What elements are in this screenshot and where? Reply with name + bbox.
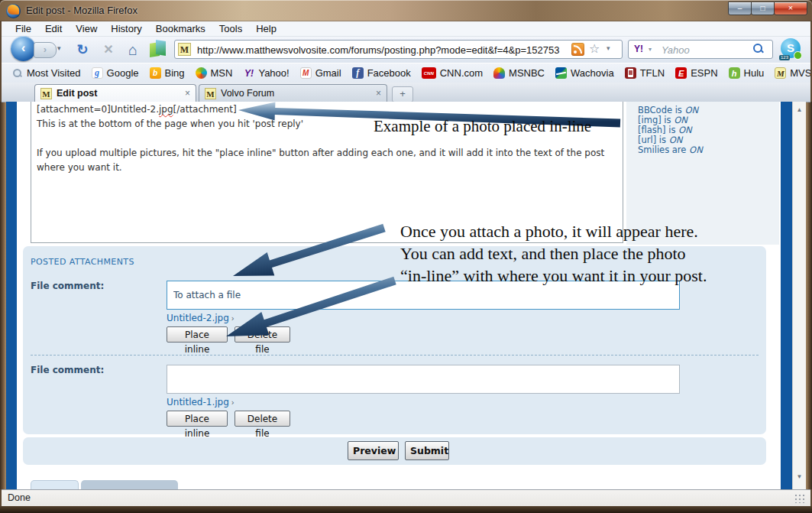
minimize-button[interactable]: –: [728, 2, 752, 15]
preview-button[interactable]: Preview: [348, 441, 399, 460]
google-icon: g: [92, 67, 103, 79]
file-comment-label: File comment:: [31, 365, 104, 375]
submit-button[interactable]: Submit: [405, 441, 449, 460]
search-provider-dropdown-icon[interactable]: ▾: [649, 46, 652, 53]
title-bar: Edit post - Mozilla Firefox – □ ×: [0, 0, 812, 21]
skype-number-badge: 123: [779, 55, 790, 60]
annotation-note-line: Once you attach a photo, it will appear …: [400, 220, 707, 242]
tab-close-icon[interactable]: ×: [376, 88, 381, 99]
tab-strip: M Edit post × M Volvo Forum × +: [2, 83, 810, 102]
menu-edit[interactable]: Edit: [39, 22, 68, 35]
place-inline-button[interactable]: Place inline: [167, 326, 228, 343]
page-background-right: [781, 102, 792, 489]
annotation-note-text: Once you attach a photo, it will appear …: [400, 220, 707, 287]
espn-icon: E: [675, 67, 687, 79]
bookmark-msn[interactable]: MSN: [192, 66, 237, 80]
tab-volvo-forum[interactable]: M Volvo Forum ×: [199, 84, 387, 102]
window-glass-right: [806, 102, 812, 489]
url-text[interactable]: http://www.matthewsvolvosite.com/forums/…: [197, 44, 559, 56]
file-comment-label: File comment:: [31, 281, 104, 291]
scroll-down-icon[interactable]: ▼: [793, 473, 806, 480]
bookmark-hulu[interactable]: hHulu: [725, 66, 768, 80]
place-inline-button[interactable]: Place inline: [167, 411, 228, 427]
bookmarks-toolbar: Most Visited gGoogle bBing MSN Y!Yahoo! …: [2, 63, 810, 83]
delete-file-button[interactable]: Delete file: [235, 411, 290, 427]
link-marker-icon: ›: [231, 398, 235, 407]
attachments-panel-title: POSTED ATTACHMENTS: [31, 257, 134, 267]
menu-view[interactable]: View: [70, 22, 103, 35]
resize-grip[interactable]: [794, 494, 805, 503]
bookmark-most-visited[interactable]: Most Visited: [8, 66, 85, 80]
editor-line: This is at the bottom of the page when y…: [37, 119, 303, 129]
bottom-tab-partial[interactable]: [31, 480, 79, 489]
back-button[interactable]: ‹: [11, 36, 36, 61]
bookmark-google[interactable]: gGoogle: [88, 66, 143, 80]
close-button[interactable]: ×: [774, 2, 807, 15]
annotation-note-line: You can add text, and then place the pho…: [400, 242, 707, 265]
skype-icon[interactable]: S 123: [781, 38, 801, 58]
annotation-note-line: “in-line” with where you want it in your…: [400, 265, 707, 287]
home-icon[interactable]: ⌂: [124, 41, 142, 59]
menu-help[interactable]: Help: [250, 22, 283, 35]
history-dropdown-icon[interactable]: ▾: [57, 44, 61, 52]
editor-line: [attachment=0]Untitled-2.jpg[/attachment…: [37, 104, 237, 115]
tab-edit-post[interactable]: M Edit post ×: [34, 84, 196, 102]
tab-label: Edit post: [57, 88, 180, 99]
bookmark-tfln[interactable]: TFLN: [621, 66, 669, 80]
msnbc-icon: [493, 67, 505, 79]
site-favicon: M: [178, 43, 191, 56]
facebook-icon: f: [352, 67, 364, 79]
bookmark-wachovia[interactable]: Wachovia: [552, 66, 618, 80]
addon-icon[interactable]: [150, 41, 167, 59]
menu-file[interactable]: File: [9, 22, 37, 35]
skype-letter: S: [787, 41, 794, 54]
editor-line: where you want it.: [37, 162, 122, 173]
menu-bookmarks[interactable]: Bookmarks: [150, 22, 212, 35]
menu-history[interactable]: History: [105, 22, 147, 35]
menu-tools[interactable]: Tools: [213, 22, 248, 35]
bbcode-status: [url] is ON: [638, 135, 682, 145]
bookmark-gmail[interactable]: MGmail: [296, 66, 345, 80]
yahoo-icon: Y!: [243, 67, 254, 79]
desktop: Edit post - Mozilla Firefox – □ × File E…: [0, 0, 812, 513]
mvs-icon: M: [775, 67, 786, 79]
page-scrollbar[interactable]: ▲ ▼: [792, 102, 806, 489]
delete-file-button[interactable]: Delete file: [235, 326, 290, 343]
tab-favicon: M: [205, 88, 216, 99]
new-tab-button[interactable]: +: [392, 86, 413, 102]
bottom-tab-partial[interactable]: [81, 480, 178, 489]
rss-icon[interactable]: [571, 43, 584, 56]
attachment-file-link[interactable]: Untitled-2.jpg›: [167, 313, 235, 323]
status-text: Done: [8, 492, 31, 503]
tab-label: Volvo Forum: [221, 88, 371, 99]
forward-button[interactable]: ›: [34, 42, 57, 58]
window-title: Edit post - Mozilla Firefox: [26, 5, 137, 16]
yahoo-provider-icon[interactable]: Y!: [634, 44, 643, 54]
tfln-icon: [625, 67, 636, 79]
bookmark-yahoo[interactable]: Y!Yahoo!: [239, 66, 293, 80]
stop-icon[interactable]: ✕: [99, 41, 118, 59]
bookmark-star-icon[interactable]: ☆: [589, 41, 600, 56]
scroll-up-icon[interactable]: ▲: [793, 106, 806, 113]
menu-bar: File Edit View History Bookmarks Tools H…: [2, 21, 810, 37]
bookmark-cnn[interactable]: CNNCNN.com: [418, 66, 487, 80]
bookmark-bing[interactable]: bBing: [146, 66, 189, 80]
tab-close-icon[interactable]: ×: [185, 88, 190, 99]
most-visited-icon: [11, 67, 23, 79]
bookmark-facebook[interactable]: fFacebook: [348, 66, 415, 80]
bbcode-status: [flash] is ON: [638, 125, 692, 135]
bookmark-espn[interactable]: EESPN: [671, 66, 721, 80]
bbcode-status: Smilies are ON: [638, 144, 703, 155]
refresh-icon[interactable]: ↻: [73, 41, 92, 59]
bookmark-mvs[interactable]: MMVS: [771, 66, 810, 80]
wachovia-icon: [555, 67, 567, 79]
attachment-file-link[interactable]: Untitled-1.jpg›: [167, 397, 235, 407]
attachment-row-separator: [31, 355, 759, 356]
maximize-button[interactable]: □: [751, 2, 775, 15]
search-icon[interactable]: [753, 44, 764, 54]
search-placeholder: Yahoo: [662, 44, 690, 56]
url-dropdown-icon[interactable]: ▾: [607, 44, 610, 52]
bookmark-msnbc[interactable]: MSNBC: [490, 66, 548, 80]
file-comment-input[interactable]: [167, 365, 680, 394]
bing-icon: b: [150, 67, 161, 79]
